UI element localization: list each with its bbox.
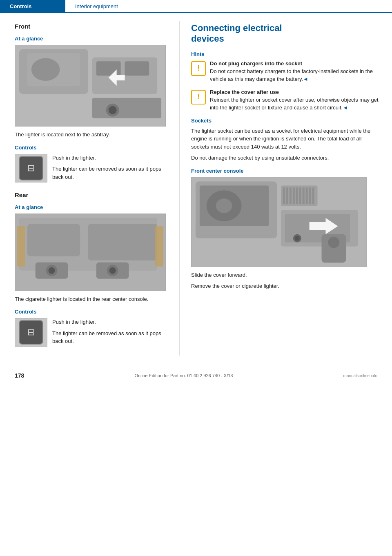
page-footer: 178 Online Edition for Part no. 01 40 2 … xyxy=(0,368,392,383)
hint2-title: Replace the cover after use xyxy=(210,89,381,95)
front-center-image xyxy=(191,177,367,267)
svg-rect-22 xyxy=(155,226,163,266)
hint2-end-mark: ◄ xyxy=(343,105,348,111)
sockets-body1: The lighter socket can be used as a sock… xyxy=(191,127,381,151)
svg-point-20 xyxy=(109,267,116,274)
rear-section: Rear At a glance xyxy=(15,191,169,303)
svg-point-27 xyxy=(216,198,232,213)
rear-at-a-glance-image xyxy=(15,214,166,291)
sockets-title: Sockets xyxy=(191,118,381,124)
front-car-svg xyxy=(15,45,165,127)
rear-car-svg xyxy=(15,214,165,291)
rear-caption: The cigarette lighter is located in the … xyxy=(15,295,169,303)
hint2-box: ! Replace the cover after use Reinsert t… xyxy=(191,89,381,112)
tab-interior[interactable]: Interior equipment xyxy=(65,0,128,12)
svg-rect-35 xyxy=(303,187,305,204)
page-header: Controls Interior equipment xyxy=(0,0,392,13)
front-center-caption1: Slide the cover forward. xyxy=(191,271,381,279)
rear-at-a-glance-title: At a glance xyxy=(15,204,169,210)
svg-rect-33 xyxy=(296,187,298,204)
front-controls-row: ⊟ Push in the lighter. The lighter can b… xyxy=(15,154,169,187)
svg-point-17 xyxy=(49,267,55,274)
tab-interior-label: Interior equipment xyxy=(75,3,118,9)
title-line2: devices xyxy=(191,33,224,44)
page-number: 178 xyxy=(15,372,24,379)
front-push-text: Push in the lighter. xyxy=(52,154,169,162)
connecting-electrical-title: Connecting electrical devices xyxy=(191,23,381,44)
hint1-content: Do not plug chargers into the socket Do … xyxy=(210,60,381,83)
rear-controls-text: Push in the lighter. The lighter can be … xyxy=(52,318,169,349)
online-edition: Online Edition for Part no. 01 40 2 926 … xyxy=(135,373,233,378)
svg-rect-38 xyxy=(312,187,314,204)
tab-controls[interactable]: Controls xyxy=(0,0,65,12)
front-controls-image: ⊟ xyxy=(15,154,47,182)
front-controls-text: Push in the lighter. The lighter can be … xyxy=(52,154,169,185)
svg-rect-31 xyxy=(290,187,292,204)
svg-rect-13 xyxy=(27,224,80,256)
svg-rect-30 xyxy=(286,187,288,204)
page-body: Front At a glance xyxy=(0,13,392,364)
right-column: Connecting electrical devices Hints ! Do… xyxy=(180,21,392,356)
warning-icon-1: ! xyxy=(191,61,206,76)
hint1-title: Do not plug chargers into the socket xyxy=(210,60,381,67)
front-section: Front At a glance xyxy=(15,23,169,139)
rear-controls-title: Controls xyxy=(15,309,169,315)
rear-controls-section: Controls ⊟ Push in the lighter. The ligh… xyxy=(15,309,169,351)
front-remove-text: The lighter can be removed as soon as it… xyxy=(52,165,169,181)
svg-rect-29 xyxy=(283,187,285,204)
svg-rect-14 xyxy=(88,224,157,260)
hint1-body: Do not connect battery chargers to the f… xyxy=(210,67,381,83)
svg-rect-6 xyxy=(125,61,149,76)
rear-controls-row: ⊟ Push in the lighter. The lighter can b… xyxy=(15,318,169,351)
rear-controls-image: ⊟ xyxy=(15,318,47,347)
svg-point-3 xyxy=(31,58,60,81)
watermark: manualsonline.info xyxy=(343,374,377,378)
svg-rect-7 xyxy=(92,98,161,118)
rear-remove-text: The lighter can be removed as soon as it… xyxy=(52,329,169,345)
svg-rect-5 xyxy=(96,61,121,76)
hint1-box: ! Do not plug chargers into the socket D… xyxy=(191,60,381,83)
svg-point-45 xyxy=(295,236,300,241)
title-line1: Connecting electrical xyxy=(191,23,282,33)
front-at-a-glance-title: At a glance xyxy=(15,36,169,42)
front-center-title: Front center console xyxy=(191,168,381,174)
front-controls-title: Controls xyxy=(15,145,169,151)
front-controls-section: Controls ⊟ Push in the lighter. The ligh… xyxy=(15,145,169,187)
svg-rect-34 xyxy=(299,187,301,204)
front-center-caption2: Remove the cover or cigarette lighter. xyxy=(191,282,381,290)
front-at-a-glance-image xyxy=(15,45,166,127)
svg-point-9 xyxy=(109,106,117,114)
svg-point-43 xyxy=(328,237,339,248)
svg-rect-32 xyxy=(293,187,295,204)
sockets-body2: Do not damage the socket by using unsuit… xyxy=(191,154,381,162)
front-center-svg xyxy=(192,177,366,267)
front-caption: The lighter is located next to the ashtr… xyxy=(15,131,169,139)
warning-icon-2: ! xyxy=(191,90,206,105)
svg-rect-21 xyxy=(17,226,25,266)
rear-push-text: Push in the lighter. xyxy=(52,318,169,326)
tab-controls-label: Controls xyxy=(10,3,31,9)
lighter-icon-rear: ⊟ xyxy=(19,320,43,345)
svg-rect-37 xyxy=(309,187,311,204)
hints-title: Hints xyxy=(191,51,381,57)
lighter-icon-front: ⊟ xyxy=(19,156,43,180)
hint2-body: Reinsert the lighter or socket cover aft… xyxy=(210,96,381,112)
rear-title: Rear xyxy=(15,191,169,198)
left-column: Front At a glance xyxy=(0,21,180,356)
hint1-end-mark: ◄ xyxy=(303,76,308,82)
svg-rect-36 xyxy=(306,187,308,204)
hint2-content: Replace the cover after use Reinsert the… xyxy=(210,89,381,112)
front-title: Front xyxy=(15,23,169,30)
